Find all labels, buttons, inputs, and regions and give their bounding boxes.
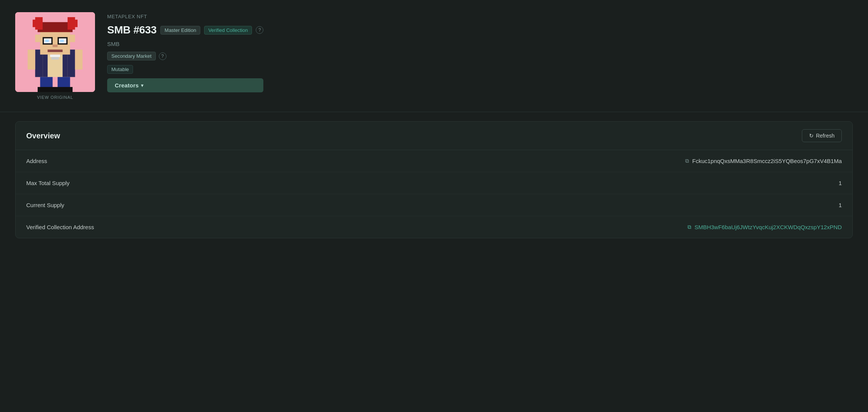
svg-rect-28 [55, 87, 73, 92]
svg-rect-19 [45, 40, 49, 42]
address-text: Fckuc1pnqQxsMMa3R8Smccz2iS5YQBeos7pG7xV4… [692, 158, 842, 164]
overview-header: Overview ↻ Refresh [16, 122, 852, 150]
svg-rect-24 [70, 35, 75, 42]
svg-rect-23 [35, 35, 40, 42]
creators-label: Creators [115, 82, 139, 89]
refresh-icon: ↻ [809, 133, 814, 139]
section-divider [0, 112, 868, 112]
secondary-market-badge: Secondary Market [107, 52, 156, 60]
current-supply-label: Current Supply [26, 202, 64, 208]
current-supply-row: Current Supply 1 [16, 194, 852, 216]
svg-rect-13 [33, 20, 38, 27]
nft-title-row: SMB #633 Master Edition Verified Collect… [107, 24, 263, 36]
copy-icon[interactable]: ⧉ [685, 158, 689, 164]
refresh-button[interactable]: ↻ Refresh [802, 129, 842, 142]
help-icon[interactable]: ? [256, 26, 263, 34]
top-section: VIEW ORIGINAL METAPLEX NFT SMB #633 Mast… [0, 0, 868, 112]
svg-rect-14 [73, 20, 78, 27]
nft-info: METAPLEX NFT SMB #633 Master Edition Ver… [107, 12, 263, 92]
overview-title: Overview [26, 132, 60, 140]
creators-button[interactable]: Creators ▾ [107, 78, 263, 92]
view-original-label[interactable]: VIEW ORIGINAL [37, 95, 73, 100]
max-supply-value: 1 [839, 180, 842, 186]
svg-rect-20 [60, 40, 64, 42]
verified-collection-address-label: Verified Collection Address [26, 224, 94, 230]
overview-section: Overview ↻ Refresh Address ⧉ Fckuc1pnqQx… [15, 121, 853, 238]
chevron-down-icon: ▾ [141, 83, 143, 88]
svg-rect-29 [28, 49, 35, 70]
refresh-label: Refresh [816, 133, 835, 139]
svg-rect-7 [51, 57, 59, 60]
max-supply-row: Max Total Supply 1 [16, 172, 852, 194]
svg-rect-27 [38, 87, 55, 92]
verified-copy-icon[interactable]: ⧉ [687, 224, 691, 230]
mutable-badge: Mutable [107, 65, 133, 74]
svg-rect-21 [52, 44, 57, 47]
max-supply-label: Max Total Supply [26, 180, 70, 186]
verified-collection-address-value: ⧉ SMBH3wF6baUj6JWtzYvqcKuj2XCKWDqQxzspY1… [687, 224, 842, 230]
current-supply-value: 1 [839, 202, 842, 208]
meta-label: METAPLEX NFT [107, 14, 263, 19]
nft-image [15, 12, 95, 92]
nft-collection: SMB [107, 41, 263, 47]
mutable-row: Mutable [107, 65, 263, 74]
svg-rect-22 [48, 49, 62, 52]
address-row: Address ⧉ Fckuc1pnqQxsMMa3R8Smccz2iS5YQB… [16, 150, 852, 172]
master-edition-badge: Master Edition [160, 26, 200, 35]
svg-rect-10 [40, 22, 70, 27]
verified-collection-address-row: Verified Collection Address ⧉ SMBH3wF6ba… [16, 216, 852, 238]
nft-title: SMB #633 [107, 24, 157, 36]
secondary-market-help-icon[interactable]: ? [159, 52, 166, 60]
verified-collection-address-text: SMBH3wF6baUj6JWtzYvqcKuj2XCKWDqQxzspY12x… [694, 224, 842, 230]
secondary-market-row: Secondary Market ? [107, 52, 263, 60]
svg-rect-30 [75, 49, 83, 70]
verified-collection-badge: Verified Collection [204, 26, 252, 35]
address-value: ⧉ Fckuc1pnqQxsMMa3R8Smccz2iS5YQBeos7pG7x… [685, 158, 842, 164]
nft-image-wrapper: VIEW ORIGINAL [15, 12, 95, 100]
address-label: Address [26, 158, 47, 164]
